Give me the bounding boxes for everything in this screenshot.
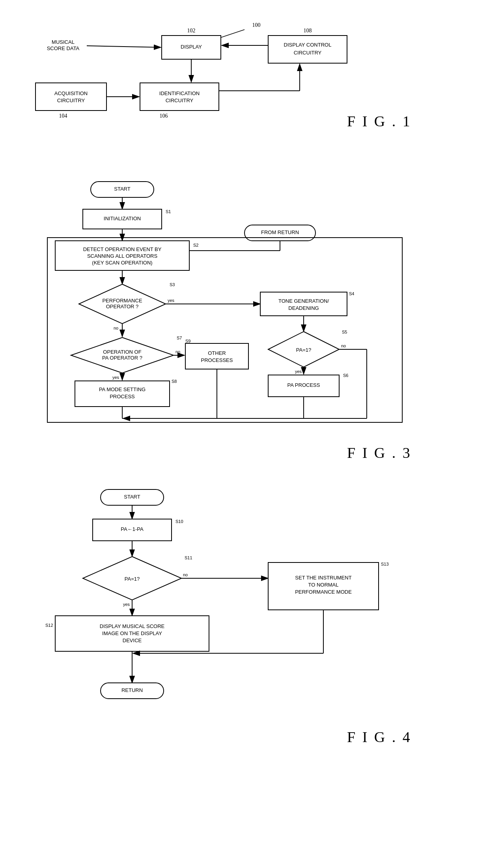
set-normal-label1: SET THE INSTRUMENT (295, 575, 351, 581)
ref-s8: S8 (172, 379, 177, 384)
yes-label-s5: yes (295, 369, 302, 374)
ref-s2: S2 (193, 243, 198, 247)
yes-label-s7: yes (112, 375, 119, 380)
no-label-s7: no (175, 349, 180, 354)
identification-box (140, 83, 219, 111)
pa-assign-label: PA←1-PA (121, 526, 144, 532)
display-score-label3: DEVICE (123, 637, 142, 643)
from-return-label: FROM RETURN (261, 229, 299, 235)
ref-s5: S5 (342, 330, 347, 334)
ref-s4: S4 (349, 291, 354, 296)
display-label: DISPLAY (181, 44, 202, 50)
identification-label1: IDENTIFICATION (159, 90, 200, 96)
no-label-s3: no (114, 326, 118, 330)
ref-106: 106 (160, 113, 168, 119)
return-label: RETURN (121, 687, 143, 693)
op-pa-label2: PA OPERATOR ? (102, 355, 142, 361)
fig3-title: F I G . 3 (347, 444, 412, 461)
display-control-label1: DISPLAY CONTROL (284, 42, 332, 48)
display-score-label2: IMAGE ON THE DISPLAY (102, 630, 162, 636)
pa-mode-label2: PROCESS (110, 394, 135, 399)
ref-108: 108 (304, 28, 312, 34)
set-normal-label2: TO NORMAL (308, 582, 338, 588)
no-label-s11: no (183, 572, 188, 577)
detect-label2: SCANNING ALL OPERATORS (87, 253, 158, 259)
perf-op-label2: OPERATOR ? (106, 304, 139, 309)
arrow-score-display (87, 46, 161, 47)
acquisition-label1: ACQUISITION (54, 90, 88, 96)
display-control-box (268, 36, 347, 63)
no-label-s5: no (341, 343, 346, 348)
musical-score-label: MUSICAL (52, 39, 75, 45)
musical-score-label2: SCORE DATA (47, 45, 80, 51)
start-label-3: START (114, 186, 130, 192)
yes-label-s11: yes (123, 602, 130, 607)
perf-op-label1: PERFORMANCE (102, 298, 142, 304)
page: 100 DISPLAY 102 MUSICAL SCORE DATA DISPL… (0, 0, 489, 868)
start-label-4: START (124, 494, 140, 500)
acquisition-label2: CIRCUITRY (57, 97, 85, 103)
pa-mode-label1: PA MODE SETTING (99, 386, 146, 392)
fig4-title: F I G . 4 (347, 729, 412, 745)
yes-label-s3: yes (168, 298, 175, 303)
svg-line-1 (221, 30, 244, 37)
tone-gen-label2: DEADENING (288, 305, 319, 311)
ref-s6: S6 (343, 373, 348, 378)
set-normal-label3: PERFORMANCE MODE (295, 589, 352, 595)
detect-label1: DETECT OPERATION EVENT BY (83, 246, 162, 252)
other-proc-label2: PROCESSES (201, 357, 233, 363)
ref-s11: S11 (185, 555, 192, 560)
pa-eq1-label-4: PA=1? (125, 576, 140, 582)
pa-process-label: PA PROCESS (287, 382, 320, 388)
ref-s9: S9 (185, 339, 190, 343)
ref-s3: S3 (170, 282, 175, 287)
ref-s10: S10 (175, 519, 183, 524)
detect-label3: (KEY SCAN OPERATION) (92, 260, 152, 266)
identification-label2: CIRCUITRY (166, 97, 194, 103)
figure-4: START PA←1-PA S10 PA=1? S11 yes no DISPL… (24, 482, 465, 758)
ref-s13: S13 (381, 562, 389, 566)
other-proc-box (185, 343, 248, 369)
ref-102: 102 (187, 28, 196, 34)
ref-100: 100 (252, 22, 261, 28)
acquisition-box (35, 83, 106, 111)
figure-3: START INITIALIZATION S1 FROM RETURN DETE… (24, 174, 465, 474)
ref-s1: S1 (166, 209, 171, 214)
display-control-label2: CIRCUITRY (294, 50, 322, 56)
pa-eq1-label-3: PA=1? (296, 347, 311, 353)
fig1-title: F I G . 1 (347, 113, 412, 129)
ref-104: 104 (59, 113, 67, 119)
tone-gen-label1: TONE GENERATION/ (278, 298, 329, 304)
display-score-label1: DISPLAY MUSICAL SCORE (100, 623, 165, 629)
figure-1: 100 DISPLAY 102 MUSICAL SCORE DATA DISPL… (24, 16, 465, 166)
ref-s12: S12 (45, 623, 53, 628)
other-proc-label1: OTHER (208, 350, 226, 356)
ref-s7: S7 (177, 336, 182, 340)
init-label: INITIALIZATION (104, 216, 141, 221)
op-pa-label1: OPERATION OF (103, 349, 141, 355)
